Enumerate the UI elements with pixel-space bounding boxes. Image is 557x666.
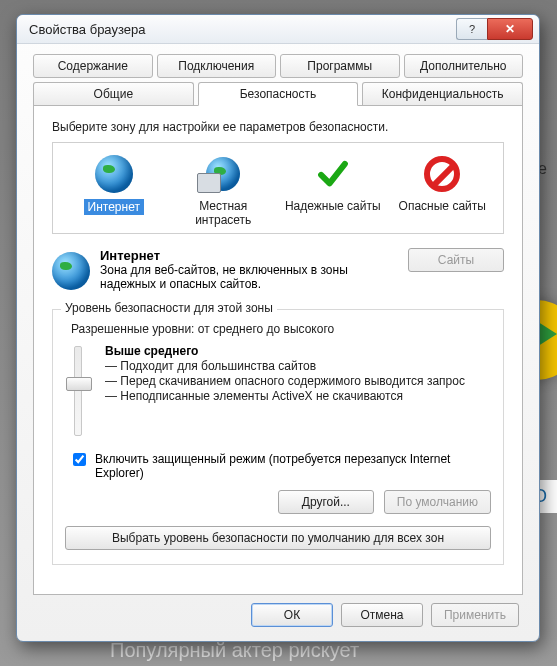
zone-label: Местная интрасеть — [195, 199, 251, 227]
close-icon: ✕ — [505, 22, 515, 36]
checkmark-icon — [316, 157, 350, 191]
zone-instruction: Выберите зону для настройки ее параметро… — [52, 120, 504, 134]
zone-label: Надежные сайты — [285, 199, 381, 213]
zone-label: Опасные сайты — [399, 199, 486, 213]
protected-mode-row[interactable]: Включить защищенный режим (потребуется п… — [69, 452, 491, 480]
custom-level-button[interactable]: Другой... — [278, 490, 374, 514]
tab-general[interactable]: Общие — [33, 82, 194, 105]
security-tab-panel: Выберите зону для настройки ее параметро… — [33, 105, 523, 595]
zone-detail-name: Интернет — [100, 248, 160, 263]
slider-thumb[interactable] — [66, 377, 92, 391]
titlebar[interactable]: Свойства браузера ? ✕ — [17, 15, 539, 44]
ok-button[interactable]: ОК — [251, 603, 333, 627]
background-footer-text: Популярный актер рискует — [110, 639, 359, 662]
group-legend: Уровень безопасности для этой зоны — [61, 301, 277, 315]
zone-trusted[interactable]: Надежные сайты — [285, 153, 381, 227]
protected-mode-checkbox[interactable] — [73, 453, 86, 466]
zone-intranet[interactable]: Местная интрасеть — [175, 153, 271, 227]
dialog-button-row: ОК Отмена Применить — [251, 603, 519, 627]
globe-icon — [95, 155, 133, 193]
zone-selector: Интернет Местная интрасеть Надежные — [52, 142, 504, 234]
tab-row-bottom: Общие Безопасность Конфиденциальность — [33, 82, 523, 106]
security-level-group: Уровень безопасности для этой зоны Разре… — [52, 309, 504, 565]
monitor-icon — [197, 173, 221, 193]
tab-security[interactable]: Безопасность — [198, 82, 359, 106]
zone-detail-desc: Зона для веб-сайтов, не включенных в зон… — [100, 263, 398, 291]
reset-all-zones-button[interactable]: Выбрать уровень безопасности по умолчани… — [65, 526, 491, 550]
close-button[interactable]: ✕ — [487, 18, 533, 40]
level-bullet: — Перед скачиванием опасного содержимого… — [105, 374, 465, 388]
tab-row-top: Содержание Подключения Программы Дополни… — [33, 54, 523, 78]
slider-track — [74, 346, 82, 436]
tab-programs[interactable]: Программы — [280, 54, 400, 78]
cancel-button[interactable]: Отмена — [341, 603, 423, 627]
security-level-slider[interactable] — [65, 344, 91, 438]
tab-advanced[interactable]: Дополнительно — [404, 54, 524, 78]
level-bullet: — Неподписанные элементы ActiveX не скач… — [105, 389, 465, 403]
tab-content[interactable]: Содержание — [33, 54, 153, 78]
zone-restricted[interactable]: Опасные сайты — [394, 153, 490, 227]
help-icon: ? — [469, 23, 475, 35]
tab-privacy[interactable]: Конфиденциальность — [362, 82, 523, 105]
internet-options-dialog: Свойства браузера ? ✕ Содержание Подключ… — [16, 14, 540, 642]
level-name: Выше среднего — [105, 344, 198, 358]
default-level-button[interactable]: По умолчанию — [384, 490, 491, 514]
protected-mode-label: Включить защищенный режим (потребуется п… — [95, 452, 491, 480]
level-bullet: — Подходит для большинства сайтов — [105, 359, 465, 373]
zone-internet[interactable]: Интернет — [66, 153, 162, 227]
window-title: Свойства браузера — [29, 22, 456, 37]
help-button[interactable]: ? — [456, 18, 487, 40]
tab-connections[interactable]: Подключения — [157, 54, 277, 78]
prohibited-icon — [424, 156, 460, 192]
globe-icon — [52, 252, 90, 290]
allowed-levels: Разрешенные уровни: от среднего до высок… — [71, 322, 491, 336]
apply-button[interactable]: Применить — [431, 603, 519, 627]
zone-label: Интернет — [84, 199, 144, 215]
sites-button[interactable]: Сайты — [408, 248, 504, 272]
